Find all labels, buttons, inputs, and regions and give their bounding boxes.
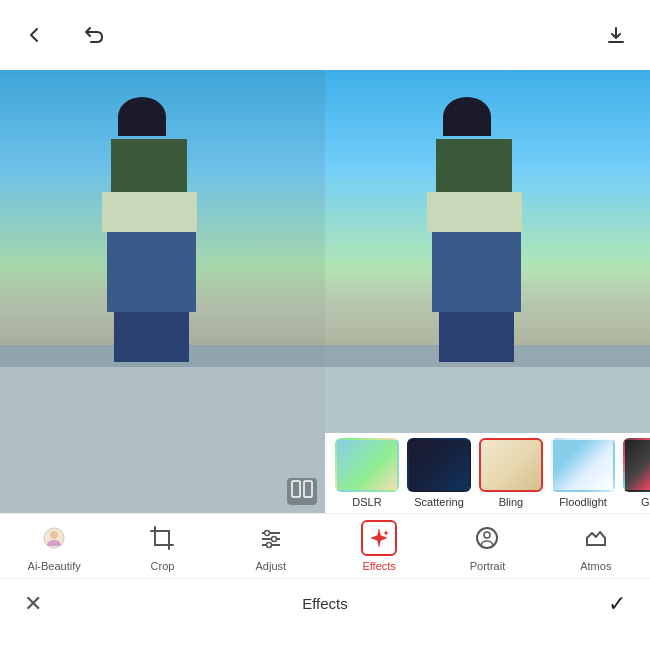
- effect-label-floodlight: Floodlight: [559, 496, 607, 508]
- effect-item-floodlight[interactable]: Floodlight: [549, 438, 617, 508]
- crop-icon-wrap: [144, 520, 180, 556]
- toolbar-item-adjust[interactable]: Adjust: [241, 520, 301, 572]
- effects-icon-wrap: [361, 520, 397, 556]
- svg-point-8: [271, 537, 276, 542]
- effects-strip: DSLR Scattering Bling Floodlight Glitch: [325, 433, 650, 513]
- cancel-icon: ✕: [24, 591, 42, 617]
- original-image: [0, 70, 325, 513]
- confirm-icon: ✓: [608, 591, 626, 617]
- crop-label: Crop: [151, 560, 175, 572]
- toolbar-item-atmos[interactable]: Atmos: [566, 520, 626, 572]
- toolbar-item-ai-beautify[interactable]: Ai-Beautify: [24, 520, 84, 572]
- bottom-action-row: ✕ Effects ✓: [0, 578, 650, 628]
- toolbar-items-row: Ai-Beautify Crop: [0, 513, 650, 578]
- effect-label-glitch: Glitch: [641, 496, 650, 508]
- atmos-label: Atmos: [580, 560, 611, 572]
- back-button[interactable]: [16, 17, 52, 53]
- effect-item-scattering[interactable]: Scattering: [405, 438, 473, 508]
- toolbar-item-portrait[interactable]: Portrait: [457, 520, 517, 572]
- effect-thumb-floodlight: [551, 438, 615, 492]
- adjust-label: Adjust: [256, 560, 287, 572]
- svg-point-7: [264, 531, 269, 536]
- top-bar-left: [16, 17, 112, 53]
- bottom-toolbar: Ai-Beautify Crop: [0, 513, 650, 658]
- effects-title: Effects: [302, 595, 348, 612]
- effects-label: Effects: [362, 560, 395, 572]
- svg-point-9: [266, 543, 271, 548]
- effect-thumb-glitch: [623, 438, 650, 492]
- effect-label-dslr: DSLR: [352, 496, 381, 508]
- undo-button[interactable]: [76, 17, 112, 53]
- cancel-button[interactable]: ✕: [24, 591, 42, 617]
- effect-item-bling[interactable]: Bling: [477, 438, 545, 508]
- left-image-panel: [0, 70, 325, 513]
- portrait-icon-wrap: [469, 520, 505, 556]
- download-button[interactable]: [598, 17, 634, 53]
- effect-label-bling: Bling: [499, 496, 523, 508]
- effect-item-dslr[interactable]: DSLR: [333, 438, 401, 508]
- effect-item-glitch[interactable]: Glitch: [621, 438, 650, 508]
- adjust-icon-wrap: [253, 520, 289, 556]
- effect-thumb-scattering: [407, 438, 471, 492]
- svg-rect-0: [292, 481, 300, 497]
- top-bar: [0, 0, 650, 70]
- svg-rect-1: [304, 481, 312, 497]
- effect-label-scattering: Scattering: [414, 496, 464, 508]
- effect-thumb-dslr: [335, 438, 399, 492]
- portrait-label: Portrait: [470, 560, 505, 572]
- effect-thumb-bling: [479, 438, 543, 492]
- toolbar-item-effects[interactable]: Effects: [349, 520, 409, 572]
- confirm-button[interactable]: ✓: [608, 591, 626, 617]
- atmos-icon-wrap: [578, 520, 614, 556]
- toolbar-item-crop[interactable]: Crop: [132, 520, 192, 572]
- ai-beautify-label: Ai-Beautify: [28, 560, 81, 572]
- ai-beautify-icon-wrap: [36, 520, 72, 556]
- svg-point-11: [484, 532, 490, 538]
- svg-point-3: [50, 531, 58, 539]
- split-view-icon[interactable]: [287, 478, 317, 505]
